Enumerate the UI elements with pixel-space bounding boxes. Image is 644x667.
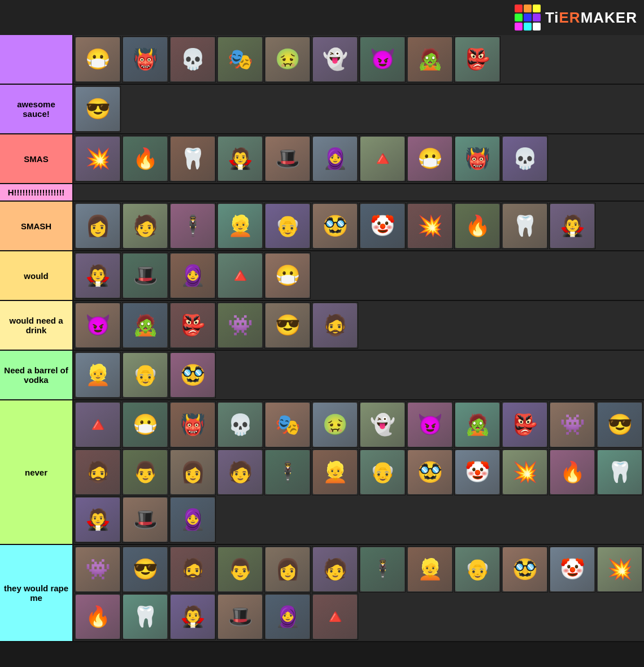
character-slot[interactable]: 👹 [169, 402, 216, 448]
character-slot[interactable]: 👱 [217, 203, 263, 249]
character-slot[interactable]: 🔺 [312, 594, 358, 640]
character-slot[interactable]: 😎 [75, 86, 121, 132]
character-slot[interactable]: 👻 [312, 36, 358, 82]
character-slot[interactable]: 🧕 [169, 496, 216, 543]
character-slot[interactable]: 🎩 [217, 594, 263, 640]
character-slot[interactable]: 🧛 [75, 496, 121, 543]
character-slot[interactable]: 🥸 [502, 546, 548, 592]
tier-label-tier-smash: SMASH [0, 202, 72, 250]
character-slot[interactable]: 🔺 [359, 136, 406, 182]
character-slot[interactable]: 💥 [597, 546, 643, 592]
character-slot[interactable]: 👾 [75, 546, 121, 592]
character-slot[interactable]: 🧕 [169, 252, 216, 299]
character-slot[interactable]: 👺 [454, 36, 501, 82]
tier-row-tier-rape: they would rape me👾😎🧔👨👩🧑🕴👱👴🥸🤡💥🔥🦷🧛🎩🧕🔺 [0, 545, 644, 642]
character-slot[interactable]: 👾 [549, 402, 595, 448]
character-slot[interactable]: 👱 [407, 546, 453, 592]
character-slot[interactable]: 🧟 [122, 302, 168, 348]
character-slot[interactable]: 😷 [122, 402, 168, 448]
character-slot[interactable]: 🧛 [217, 136, 263, 182]
character-slot[interactable]: 😈 [75, 302, 121, 348]
character-slot[interactable]: 👨 [217, 546, 263, 592]
character-slot[interactable]: 👱 [312, 449, 358, 495]
character-slot[interactable]: 😷 [264, 252, 311, 299]
character-slot[interactable]: 🕴 [359, 546, 406, 592]
character-slot[interactable]: 🥸 [169, 352, 216, 398]
character-slot[interactable]: 👩 [264, 546, 311, 592]
character-slot[interactable]: 🧛 [169, 594, 216, 640]
character-slot[interactable]: 🤢 [312, 402, 358, 448]
character-slot[interactable]: 🤢 [264, 36, 311, 82]
character-slot[interactable]: 👺 [169, 302, 216, 348]
tier-items-tier-awesome: 😎 [72, 85, 644, 133]
tier-label-tier-h: H!!!!!!!!!!!!!!!!!! [0, 184, 72, 200]
character-slot[interactable]: 🧔 [169, 546, 216, 592]
character-slot[interactable]: 🔥 [454, 203, 501, 249]
tier-items-tier-h [72, 184, 644, 200]
character-slot[interactable]: 👩 [169, 449, 216, 495]
character-slot[interactable]: 😈 [407, 402, 453, 448]
character-slot[interactable]: 👱 [75, 352, 121, 398]
character-slot[interactable]: 👴 [454, 546, 501, 592]
character-slot[interactable]: 🔺 [75, 402, 121, 448]
character-slot[interactable]: 😷 [407, 136, 453, 182]
character-slot[interactable]: 🎩 [264, 136, 311, 182]
character-slot[interactable]: 💥 [502, 449, 548, 495]
character-slot[interactable]: 🤡 [549, 546, 595, 592]
character-slot[interactable]: 🧔 [75, 449, 121, 495]
tier-items-tier-smash: 👩🧑🕴👱👴🥸🤡💥🔥🦷🧛 [72, 202, 644, 250]
character-slot[interactable]: 👾 [217, 302, 263, 348]
character-slot[interactable]: 👩 [75, 203, 121, 249]
character-slot[interactable]: 🤡 [454, 449, 501, 495]
character-slot[interactable]: 👻 [359, 402, 406, 448]
character-slot[interactable]: 🧕 [312, 136, 358, 182]
character-slot[interactable]: 👴 [122, 352, 168, 398]
character-slot[interactable]: 🦷 [169, 136, 216, 182]
character-slot[interactable]: 🔥 [122, 136, 168, 182]
character-slot[interactable]: 🔺 [217, 252, 263, 299]
character-slot[interactable]: 🧑 [217, 449, 263, 495]
character-slot[interactable]: 🧔 [312, 302, 358, 348]
character-slot[interactable]: 🦷 [122, 594, 168, 640]
character-slot[interactable]: 🧕 [264, 594, 311, 640]
character-slot[interactable]: 🧟 [454, 402, 501, 448]
character-slot[interactable]: 🧛 [549, 203, 595, 249]
character-slot[interactable]: 🕴 [169, 203, 216, 249]
character-slot[interactable]: 💀 [217, 402, 263, 448]
character-slot[interactable]: 🦷 [502, 203, 548, 249]
character-slot[interactable]: 😎 [122, 546, 168, 592]
character-slot[interactable]: 🔥 [75, 594, 121, 640]
character-slot[interactable]: 🕴 [264, 449, 311, 495]
character-slot[interactable]: 👴 [359, 449, 406, 495]
character-slot[interactable]: 🧛 [75, 252, 121, 299]
character-slot[interactable]: 👹 [454, 136, 501, 182]
character-slot[interactable]: 🔥 [549, 449, 595, 495]
character-slot[interactable]: 👨 [122, 449, 168, 495]
character-slot[interactable]: 😎 [264, 302, 311, 348]
character-slot[interactable]: 🧟 [407, 36, 453, 82]
character-slot[interactable]: 👹 [122, 36, 168, 82]
character-slot[interactable]: 🥸 [312, 203, 358, 249]
character-slot[interactable]: 🎩 [122, 496, 168, 543]
character-slot[interactable]: 😎 [597, 402, 643, 448]
character-slot[interactable]: 💥 [75, 136, 121, 182]
tier-items-tier-s-plus: 😷👹💀🎭🤢👻😈🧟👺 [72, 35, 644, 84]
character-slot[interactable]: 🎭 [217, 36, 263, 82]
logo-cell-8 [524, 23, 532, 30]
tiermaker-logo: TiERMAKER [515, 5, 637, 30]
character-slot[interactable]: 😈 [359, 36, 406, 82]
character-slot[interactable]: 😷 [75, 36, 121, 82]
character-slot[interactable]: 👴 [264, 203, 311, 249]
character-slot[interactable]: 💀 [169, 36, 216, 82]
character-slot[interactable]: 🥸 [407, 449, 453, 495]
character-slot[interactable]: 💀 [502, 136, 548, 182]
tier-row-tier-h: H!!!!!!!!!!!!!!!!!! [0, 184, 644, 202]
character-slot[interactable]: 🦷 [597, 449, 643, 495]
character-slot[interactable]: 🎩 [122, 252, 168, 299]
character-slot[interactable]: 🧑 [312, 546, 358, 592]
character-slot[interactable]: 🧑 [122, 203, 168, 249]
character-slot[interactable]: 💥 [407, 203, 453, 249]
character-slot[interactable]: 👺 [502, 402, 548, 448]
character-slot[interactable]: 🎭 [264, 402, 311, 448]
character-slot[interactable]: 🤡 [359, 203, 406, 249]
